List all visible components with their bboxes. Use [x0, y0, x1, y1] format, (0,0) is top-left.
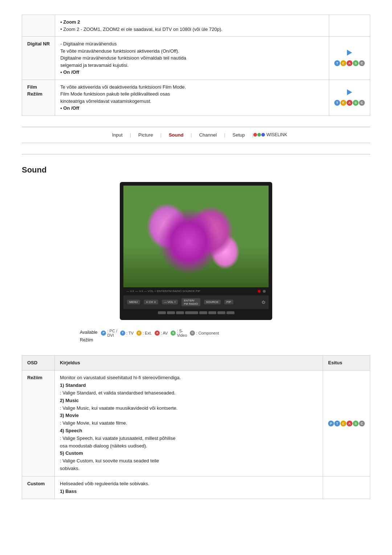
tv-flower-image: [123, 186, 269, 287]
feature-label: Digital NR: [22, 37, 55, 80]
tv-menu-btn: MENU: [127, 300, 140, 304]
top-feature-table: • Zoom 2 • Zoom 2 - ZOOM1, ZOOM2 ei ole …: [22, 15, 370, 116]
table-header-row: OSD Kirjeldus Esitus: [22, 355, 370, 370]
avail-desc-a: : AV: [161, 331, 168, 335]
nav-setup[interactable]: Setup: [225, 131, 252, 139]
reziim-custom-desc2: sobivaks.: [60, 466, 79, 471]
avail-desc-c: : Component: [196, 331, 219, 335]
table-row-custom: Custom Heliseaded võib reguleerida teile…: [22, 476, 370, 499]
pteasc-t: T: [334, 421, 340, 426]
avail-icon-t: T : TV: [120, 331, 134, 336]
play-icon: [347, 50, 352, 56]
zoom2-desc: • Zoom 2 - ZOOM1, ZOOM2 ei ole saadaval,…: [60, 27, 222, 32]
avail-icon-c: C : Component: [190, 331, 219, 336]
teasc-a: A: [347, 60, 352, 66]
pteasc-c: C: [359, 421, 365, 426]
tv-status-dot-red: [258, 290, 261, 293]
circle-c: C: [190, 331, 195, 336]
osd-custom: Custom: [22, 476, 55, 499]
digital-nr-line2: Te võite müravähenduse funktsiooni aktiv…: [60, 48, 179, 54]
avail-desc-t: : TV: [126, 331, 134, 335]
nav-picture[interactable]: Picture: [131, 131, 160, 139]
avail-icon-a: A : AV: [155, 331, 168, 336]
avail-icon-e: E : Ext.: [136, 331, 152, 336]
tv-screen: [123, 186, 269, 287]
feature-label: FilmRežiim: [22, 80, 55, 116]
teasc-s-2: S: [353, 100, 359, 106]
tv-status-dot-gray: [263, 290, 266, 293]
circle-p: P: [101, 331, 106, 336]
col-esitus: Esitus: [323, 355, 370, 370]
wl-green: [257, 133, 261, 137]
digital-nr-onoff: • On /Off: [60, 69, 79, 75]
tv-vol-btn: — VOL +: [162, 300, 178, 304]
tv-remote-btn-8: [226, 311, 234, 314]
section-divider: [22, 154, 370, 154]
col-osd: OSD: [22, 355, 55, 370]
available-icons-list: P : PC /DVI T : TV E : Ext. A : AV S : S…: [101, 329, 219, 337]
avail-desc-s: : S-Video: [177, 329, 187, 337]
teasc-a-2: A: [347, 100, 352, 106]
tv-remote-btn-5: [199, 311, 207, 314]
tv-pip-btn: PIP: [224, 300, 233, 304]
teasc-e: E: [340, 60, 346, 66]
wl-blue: [261, 133, 265, 137]
film-onoff: • On /Off: [60, 105, 79, 111]
digital-nr-line4: selgemaid ja teravamaid kujutisi.: [60, 62, 128, 68]
tv-remote-btn-1: [158, 311, 166, 314]
available-row: Available Režiim P : PC /DVI T : TV E : …: [22, 329, 370, 344]
circle-t: T: [120, 331, 125, 336]
feature-label: [22, 15, 55, 37]
reziim-standard-desc: : Valige Standard, et valida standardsed…: [60, 390, 175, 396]
feature-description: - Digitaalne müravähendus Te võite mürav…: [55, 37, 329, 80]
tv-power-icon: ⏻: [262, 300, 265, 304]
available-labels: Available Režiim: [80, 329, 97, 344]
teasc-c: C: [359, 60, 365, 66]
reziim-music-desc: : Valige Music, kui vaatate muusikavideo…: [60, 405, 177, 411]
avail-desc-e: : Ext.: [143, 331, 152, 335]
pteasc-p: P: [328, 421, 334, 426]
teasc-icon-cell-2: T E A S C: [329, 80, 370, 116]
osd-reziim: Režiim: [22, 370, 55, 476]
reziim-speech-title: 4) Speech: [60, 428, 82, 433]
film-line2: Film Mode funktsioon pakub teile pildikv…: [60, 91, 170, 97]
table-row: • Zoom 2 • Zoom 2 - ZOOM1, ZOOM2 ei ole …: [22, 15, 370, 37]
reziim-speech-desc1: : Valige Speech, kui vaatate jutusaateid…: [60, 436, 175, 441]
circle-a: A: [155, 331, 160, 336]
tv-enter-btn: ENTER/FM RADIO: [181, 298, 200, 306]
teasc-badge: T E A S C: [334, 60, 365, 66]
nav-sound[interactable]: Sound: [162, 131, 191, 139]
tv-status-text: — ∨∧ — ∨∧ — VOL + ENTER/FM RADIO SOURCE …: [126, 289, 200, 293]
reziim-text: Režiim: [80, 336, 97, 344]
reziim-music-title: 2) Music: [60, 398, 79, 403]
nav-channel[interactable]: Channel: [192, 131, 224, 139]
tv-controls-bar: MENU ∨ CH ∧ — VOL + ENTER/FM RADIO SOURC…: [123, 295, 269, 309]
digital-nr-line3: Digitaalne müravähenduse funktsioon võim…: [60, 55, 186, 61]
avail-desc-p: : PC /DVI: [107, 329, 117, 337]
play-icon-2: [347, 89, 352, 95]
available-text: Available: [80, 329, 97, 337]
reziim-standard-title: 1) Standard: [60, 382, 86, 388]
table-row-reziim: Režiim Monitor on varustatud siseehitatu…: [22, 370, 370, 476]
sound-section-title: Sound: [22, 165, 370, 175]
reziim-movie-desc: : Valige Movie, kui vaatate filme.: [60, 420, 127, 426]
custom-esitus: [323, 476, 370, 499]
table-row: Digital NR - Digitaalne müravähendus Te …: [22, 37, 370, 80]
navigation-bar: Input | Picture | Sound | Channel | Setu…: [22, 127, 370, 143]
teasc-t-2: T: [334, 100, 340, 106]
reziim-description: Monitor on varustatud siseehitatud hi-fi…: [55, 370, 323, 476]
circle-s: S: [171, 331, 176, 336]
circle-e: E: [136, 331, 142, 336]
tv-status-bar: — ∨∧ — ∨∧ — VOL + ENTER/FM RADIO SOURCE …: [123, 287, 269, 295]
nav-input[interactable]: Input: [105, 131, 130, 139]
reziim-custom-title: 5) Custom: [60, 450, 83, 456]
tv-outer-frame: — ∨∧ — ∨∧ — VOL + ENTER/FM RADIO SOURCE …: [120, 182, 272, 320]
nav-wiselink[interactable]: WISELINK: [253, 132, 287, 137]
zoom2-title: • Zoom 2: [60, 19, 80, 25]
teasc-s: S: [353, 60, 359, 66]
wiselink-logo: [253, 133, 265, 137]
teasc-e-2: E: [340, 100, 346, 106]
film-line3: kinoteatriga võrreldavat vaatamiskogemus…: [60, 98, 151, 104]
teasc-icon-cell: T E A S C: [329, 37, 370, 80]
icon-cell: [329, 15, 370, 37]
